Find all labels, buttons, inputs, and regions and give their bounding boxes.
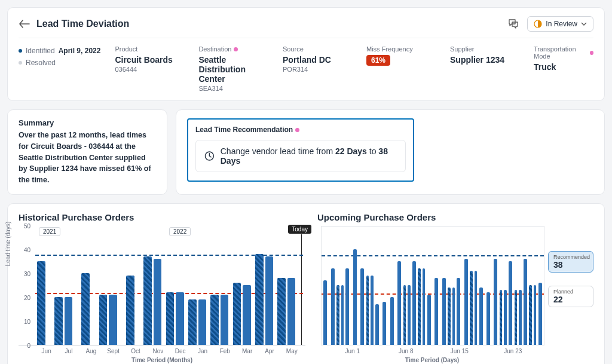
bar-group[interactable] [344,268,351,345]
bar-group[interactable] [277,278,295,345]
bar-group[interactable] [396,261,403,345]
planned-value-label: Planned 22 [548,286,593,307]
year-tag-2021: 2021 [39,227,60,236]
bar-group[interactable] [54,297,72,345]
bar-group[interactable] [359,268,366,345]
bar-group[interactable] [515,290,522,345]
bar-group[interactable] [418,268,425,345]
status-dropdown[interactable]: In Review [527,16,593,32]
field-transport-mode: Transportation Mode Truck [534,45,593,92]
bar-group[interactable] [537,283,544,345]
destination-changed-dot [234,47,238,51]
bar-group[interactable] [470,271,477,345]
bar-group[interactable] [188,299,206,345]
status-resolved: Resolved [19,59,100,67]
miss-frequency-badge: 61% [366,55,390,66]
bar-group[interactable] [388,297,396,345]
bar-group[interactable] [76,273,94,345]
bar-group[interactable] [529,285,536,345]
chart-historical-stage: Lead time (days) 01020304050 2021 2022 T… [19,226,305,345]
bar-group[interactable] [366,276,374,345]
bar-group[interactable] [32,261,50,345]
bar-group[interactable] [255,254,273,345]
clock-icon [204,151,215,161]
bar-group[interactable] [329,268,336,345]
bar-group[interactable] [478,287,485,345]
bar-group[interactable] [426,295,433,345]
status-column: Identified April 9, 2022 Resolved [19,45,100,92]
bar-group[interactable] [403,285,411,345]
chart-historical: Historical Purchase Orders Lead time (da… [19,212,305,363]
chart-historical-title: Historical Purchase Orders [19,212,305,222]
bar-group[interactable] [336,285,344,345]
x-labels-historical: JunJulAugSeptOctNovDecJanFebMarAprMay [35,345,303,354]
chevron-down-icon [581,22,587,26]
bar-group[interactable] [411,261,418,345]
today-line [301,234,302,345]
bar-group[interactable] [455,278,462,345]
bar-group[interactable] [210,295,228,345]
field-miss-frequency: Miss Frequency 61% [366,45,426,92]
chart-upcoming: Upcoming Purchase Orders Recommended 38 … [317,212,547,363]
mode-changed-dot [590,51,593,55]
bar-group[interactable] [233,283,251,345]
header-body: Identified April 9, 2022 Resolved Produc… [19,45,593,92]
middle-row: Summary Over the past 12 months, lead ti… [7,109,605,195]
chart-upcoming-stage: Recommended 38 Planned 22 [317,226,547,345]
bar-group[interactable] [507,261,514,345]
summary-card: Summary Over the past 12 months, lead ti… [7,109,167,195]
back-icon[interactable] [19,18,30,30]
bar-group[interactable] [440,278,448,345]
charts-card: Historical Purchase Orders Lead time (da… [7,203,605,364]
bar-group[interactable] [500,290,507,345]
bar-group[interactable] [463,259,470,345]
fields-row: Product Circuit Boards 036444 Destinatio… [115,45,593,92]
field-product: Product Circuit Boards 036444 [115,45,175,92]
year-tag-2022: 2022 [169,227,191,236]
y-axis: Lead time (days) 01020304050 [19,226,30,345]
header-top-bar: Lead Time Deviation In Review [19,16,593,38]
field-supplier: Supplier Supplier 1234 [450,45,510,92]
field-destination: Destination Seattle Distribution Center … [198,45,259,92]
chart-upcoming-title: Upcoming Purchase Orders [317,212,547,222]
chart-historical-plot: 2021 2022 Today [35,226,303,345]
status-identified: Identified April 9, 2022 [19,47,100,55]
recommendation-box: Lead Time Recommendation Change vendor l… [187,118,414,182]
bar-group[interactable] [166,292,184,345]
bar-group[interactable] [448,287,455,345]
x-labels-upcoming: Jun 1 Jun 8 Jun 15 Jun 23 [321,345,544,354]
bar-group[interactable] [492,259,499,345]
page-title: Lead Time Deviation [36,19,500,29]
field-source: Source Portland DC POR314 [283,45,342,92]
bar-group[interactable] [381,302,388,345]
summary-title: Summary [19,118,156,127]
bar-group[interactable] [485,292,492,345]
chart-side-labels: Recommended 38 Planned 22 [548,251,593,307]
bar-group[interactable] [351,249,359,345]
recommendation-pill[interactable]: Change vendor lead time from 22 Days to … [195,140,406,172]
insight-header-card: Lead Time Deviation In Review Identified… [7,7,605,101]
bar-group[interactable] [433,278,440,345]
bar-group[interactable] [99,295,117,345]
bar-group[interactable] [121,276,139,345]
summary-text: Over the past 12 months, lead times for … [19,130,156,186]
chart-upcoming-plot [321,226,544,345]
bar-group[interactable] [522,259,529,345]
status-dropdown-label: In Review [546,20,577,28]
today-flag: Today [288,225,311,234]
in-review-icon [534,20,542,28]
recommendation-card: Lead Time Recommendation Change vendor l… [176,109,605,195]
bar-group[interactable] [374,304,381,345]
recommended-value-label: Recommended 38 [548,251,593,273]
bar-group[interactable] [322,280,329,345]
bar-group[interactable] [143,256,161,345]
comments-icon[interactable] [506,16,521,32]
